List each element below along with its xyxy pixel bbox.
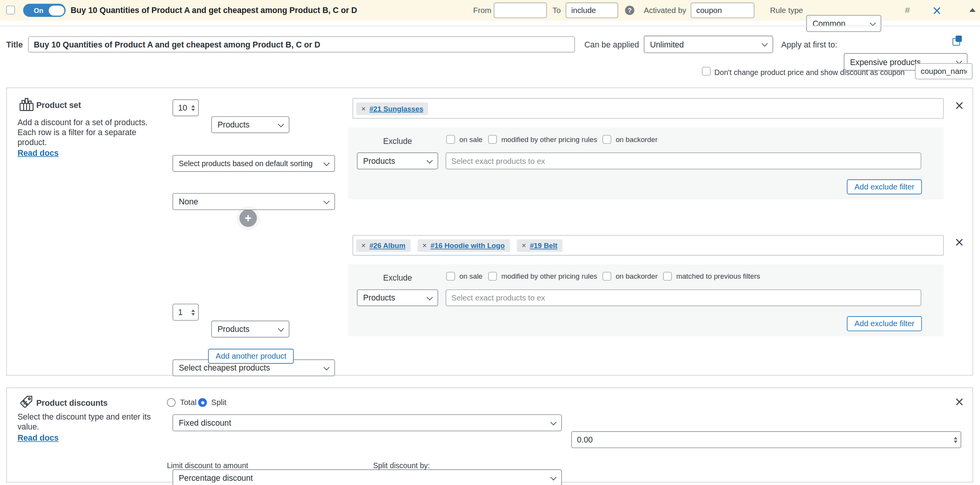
header-divider xyxy=(0,26,980,26)
amount-stepper-icon[interactable] xyxy=(954,436,957,443)
title-input[interactable] xyxy=(28,36,575,52)
filter-extra-select[interactable]: None xyxy=(173,193,335,210)
exclude-type-select[interactable]: Products xyxy=(357,152,438,169)
exclude-option-label: matched to previous filters xyxy=(676,273,760,280)
chip-remove-icon[interactable] xyxy=(422,242,426,249)
remove-filter-icon[interactable] xyxy=(954,236,964,248)
discount-amount-input[interactable]: 0.00 xyxy=(571,431,961,448)
discount-type-value: Fixed discount xyxy=(179,418,231,427)
chip-product-link[interactable]: #21 Sunglasses xyxy=(369,105,423,112)
can-be-applied-select[interactable]: Unlimited xyxy=(644,36,773,53)
exclude-on-sale-checkbox[interactable] xyxy=(446,272,455,281)
exclude-option-label: on backorder xyxy=(616,136,658,143)
filter-extra-value: None xyxy=(179,197,198,206)
collapse-caret-icon[interactable] xyxy=(969,8,975,12)
filter-type-value: Products xyxy=(217,324,250,333)
chip-product-link[interactable]: #16 Hoodie with Logo xyxy=(431,242,505,249)
activated-by-label: Activated by xyxy=(644,6,686,15)
discount-type-select[interactable]: Percentage discount xyxy=(173,469,562,485)
can-be-applied-label: Can be applied xyxy=(585,40,639,49)
exclude-label: Exclude xyxy=(383,136,412,145)
limit-discount-label: Limit discount to amount xyxy=(167,461,248,470)
exclude-matched-previous-checkbox[interactable] xyxy=(663,272,672,281)
apply-first-label: Apply at first to: xyxy=(781,40,837,49)
add-another-product-button[interactable]: Add another product xyxy=(208,349,294,364)
rule-type-select[interactable]: Common xyxy=(806,15,881,32)
exclude-backorder-checkbox[interactable] xyxy=(603,135,611,144)
help-icon[interactable]: ? xyxy=(625,6,634,15)
hash-icon[interactable]: # xyxy=(905,5,910,15)
qty-stepper-icon[interactable] xyxy=(191,105,195,111)
product-chip: #16 Hoodie with Logo xyxy=(417,239,510,251)
apply-first-value: Expensive products xyxy=(850,57,921,66)
add-exclude-filter-button[interactable]: Add exclude filter xyxy=(847,316,922,331)
to-label: To xyxy=(552,6,561,15)
remove-filter-icon[interactable] xyxy=(954,100,964,111)
filter-qty-input[interactable]: 1 xyxy=(173,304,199,320)
chip-remove-icon[interactable] xyxy=(522,242,526,249)
filter-qty-value: 10 xyxy=(178,103,187,112)
chip-remove-icon[interactable] xyxy=(361,105,366,112)
rule-header: On Buy 10 Quantities of Product A and ge… xyxy=(0,0,980,21)
discount-mode-split-radio[interactable] xyxy=(198,398,207,407)
qty-stepper-icon[interactable] xyxy=(191,309,195,315)
exclude-search-input[interactable] xyxy=(446,289,921,306)
read-docs-link[interactable]: Read docs xyxy=(18,148,59,157)
read-docs-link[interactable]: Read docs xyxy=(18,433,59,442)
exclude-search-input[interactable] xyxy=(446,152,921,169)
exclude-type-select[interactable]: Products xyxy=(357,289,438,306)
split-discount-by-label: Split discount by: xyxy=(373,461,430,470)
rule-enabled-toggle[interactable]: On xyxy=(23,4,65,17)
add-exclude-filter-button[interactable]: Add exclude filter xyxy=(847,180,922,194)
chip-product-link[interactable]: #19 Belt xyxy=(530,242,557,249)
rule-select-checkbox[interactable] xyxy=(6,6,15,15)
delete-rule-icon[interactable] xyxy=(932,4,942,16)
product-discounts-description: Select the discount type and enter its v… xyxy=(18,412,165,432)
exclude-panel: Exclude on sale modified by other pricin… xyxy=(348,265,944,336)
to-input[interactable] xyxy=(566,3,618,18)
product-discounts-icon xyxy=(19,394,34,410)
exclude-option: modified by other pricing rules xyxy=(488,272,597,281)
exclude-option: matched to previous filters xyxy=(663,272,760,281)
product-set-description: Add a discount for a set of products. Ea… xyxy=(18,118,160,147)
product-chips-box[interactable]: #21 Sunglasses xyxy=(353,98,944,119)
rule-editor-page: On Buy 10 Quantities of Product A and ge… xyxy=(0,0,980,485)
product-set-heading: Product set xyxy=(36,101,81,110)
chip-remove-icon[interactable] xyxy=(361,242,366,249)
exclude-option-label: on sale xyxy=(459,273,483,280)
filter-type-select[interactable]: Products xyxy=(211,321,289,338)
chip-product-link[interactable]: #26 Album xyxy=(369,242,405,249)
activated-by-input[interactable] xyxy=(691,3,755,18)
coupon-name-input[interactable] xyxy=(915,63,972,79)
show-as-coupon-checkbox[interactable] xyxy=(702,67,710,76)
title-label: Title xyxy=(6,40,23,49)
exclude-option: on sale xyxy=(446,272,483,281)
from-label: From xyxy=(473,6,492,15)
exclude-backorder-checkbox[interactable] xyxy=(603,272,611,281)
show-as-coupon-label: Don't change product price and show disc… xyxy=(714,68,905,77)
exclude-modified-checkbox[interactable] xyxy=(488,272,497,281)
add-filter-plus-button[interactable] xyxy=(239,209,257,227)
product-chip: #26 Album xyxy=(356,239,411,251)
product-chip: #21 Sunglasses xyxy=(356,102,428,115)
exclude-option: on backorder xyxy=(603,135,658,144)
discount-mode-total-radio[interactable] xyxy=(167,398,176,407)
discount-mode-split: Split xyxy=(198,398,227,407)
toggle-knob xyxy=(49,5,64,15)
product-set-icon xyxy=(18,96,35,113)
filter-sorting-select[interactable]: Select products based on default sorting xyxy=(173,155,335,172)
exclude-modified-checkbox[interactable] xyxy=(488,135,497,144)
exclude-on-sale-checkbox[interactable] xyxy=(446,135,455,144)
rule-type-label: Rule type xyxy=(770,6,803,15)
exclude-option: on sale xyxy=(446,135,483,144)
product-chips-box[interactable]: #26 Album #16 Hoodie with Logo #19 Belt xyxy=(353,235,944,256)
discount-type-select[interactable]: Fixed discount xyxy=(173,414,562,431)
product-discounts-heading: Product discounts xyxy=(36,398,108,407)
remove-discount-section-icon[interactable] xyxy=(954,395,964,407)
exclude-option-label: on backorder xyxy=(616,273,658,280)
filter-type-select[interactable]: Products xyxy=(211,116,289,133)
from-input[interactable] xyxy=(494,3,547,18)
discount-amount-value: 0.00 xyxy=(577,435,593,444)
filter-qty-input[interactable]: 10 xyxy=(173,100,199,116)
filter-sorting-value: Select products based on default sorting xyxy=(179,159,313,168)
